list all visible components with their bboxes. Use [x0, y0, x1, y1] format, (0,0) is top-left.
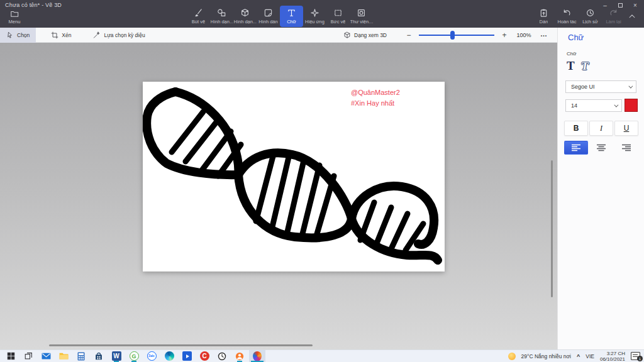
zalo-app-button[interactable]: Zalo	[143, 350, 160, 362]
weather-icon	[508, 353, 516, 360]
undo-button[interactable]: Hoàn tác	[555, 6, 579, 27]
tool-canvas[interactable]: Bức vẽ	[326, 6, 350, 27]
folder-icon	[59, 352, 69, 360]
sticker-icon	[264, 8, 273, 18]
language-indicator[interactable]: VIE	[586, 353, 594, 359]
tool-2d-shapes[interactable]: Hình dạn…	[210, 6, 233, 27]
zoom-in-button[interactable]: +	[500, 31, 509, 40]
more-options-button[interactable]: …	[539, 30, 552, 40]
alarms-clock-button[interactable]	[214, 350, 230, 362]
movies-tv-icon	[182, 351, 192, 361]
ccleaner-icon: C	[200, 351, 209, 361]
menu-button[interactable]: Menu	[4, 7, 25, 26]
calculator-icon	[77, 352, 85, 361]
history-button[interactable]: Lịch sử	[579, 6, 602, 27]
tool-label: Bút vẽ	[192, 19, 205, 25]
history-tools: Dán Hoàn tác Lịch sử Làm lại	[532, 6, 639, 27]
orange-person-icon	[235, 352, 244, 361]
start-button[interactable]	[3, 350, 19, 362]
tool-effects[interactable]: Hiệu ứng	[303, 6, 326, 27]
align-left-button[interactable]	[564, 141, 588, 155]
align-right-button[interactable]	[614, 141, 638, 155]
select-label: Chọn	[17, 32, 30, 38]
font-size-select[interactable]: 14	[565, 99, 622, 112]
workspace: @QuânMaster2 #Xin Hay nhất	[0, 43, 557, 349]
green-app-button[interactable]: G	[126, 350, 142, 362]
text-color-swatch[interactable]	[625, 99, 638, 112]
text-3d-button[interactable]: T	[580, 60, 589, 73]
text-type-buttons: T T	[567, 59, 644, 73]
paint-3d-icon	[253, 351, 262, 361]
task-view-button[interactable]	[20, 350, 36, 362]
tool-library[interactable]: Thư viện…	[350, 6, 373, 27]
ccleaner-button[interactable]: C	[196, 350, 213, 362]
paintbrush-icon	[194, 8, 203, 18]
mail-icon	[42, 352, 51, 360]
text-panel: Chữ Chữ T T Segoe UI 14 B I U	[557, 28, 644, 349]
magic-select-button[interactable]: Lựa chọn kỳ diệu	[86, 28, 151, 43]
crop-button[interactable]: Xén	[45, 28, 77, 43]
redo-icon	[609, 8, 618, 18]
align-right-icon	[621, 144, 631, 151]
clock-icon	[218, 352, 226, 361]
weather-text[interactable]: 29°C Nắng nhiều nơi	[521, 353, 571, 359]
tool-label: Hình dạn…	[211, 19, 233, 25]
tool-paintbrush[interactable]: Bút vẽ	[187, 6, 210, 27]
options-toolbar: Chọn Xén Lựa chọn kỳ diệu Dạng xem 3D − …	[0, 28, 557, 43]
italic-button[interactable]: I	[589, 121, 613, 136]
notification-badge: 1	[637, 356, 643, 361]
file-explorer-button[interactable]	[55, 350, 72, 362]
word-app-button[interactable]: W	[108, 350, 125, 362]
menu-icon	[10, 9, 19, 18]
zoom-slider-thumb[interactable]	[450, 31, 455, 40]
canvas[interactable]: @QuânMaster2 #Xin Hay nhất	[143, 82, 445, 272]
alignment-buttons	[564, 141, 644, 155]
chevron-down-icon	[628, 84, 633, 89]
vertical-scrollbar[interactable]	[551, 160, 553, 297]
font-size-value: 14	[571, 102, 577, 109]
menu-label: Menu	[9, 19, 21, 25]
paste-icon	[539, 8, 548, 18]
library-icon	[357, 8, 366, 18]
calculator-app-button[interactable]	[73, 350, 89, 362]
watermark-line2: #Xin Hay nhất	[351, 98, 400, 109]
history-icon	[586, 8, 595, 18]
edge-browser-button[interactable]	[161, 350, 177, 362]
action-center-button[interactable]: 1	[631, 352, 640, 360]
paint-3d-taskbar-button[interactable]	[249, 350, 265, 362]
tool-tabs: Bút vẽ Hình dạn… Hình dạn… Hình dán Chữ …	[187, 6, 373, 27]
text-2d-button[interactable]: T	[567, 59, 575, 73]
zalo-icon: Zalo	[147, 351, 157, 361]
zoom-slider[interactable]	[419, 31, 494, 40]
paste-button[interactable]: Dán	[532, 6, 555, 27]
zoom-level: 100%	[514, 32, 533, 38]
view-3d-button[interactable]: Dạng xem 3D	[337, 28, 393, 43]
system-tray: 29°C Nắng nhiều nơi ^ VIE 3:27 CH 06/10/…	[508, 351, 644, 362]
tool-text[interactable]: Chữ	[280, 6, 303, 27]
clock[interactable]: 3:27 CH 06/10/2021	[600, 351, 625, 362]
text-section-label: Chữ	[567, 51, 644, 57]
redo-button[interactable]: Làm lại	[602, 6, 625, 27]
movies-tv-button[interactable]	[179, 350, 195, 362]
tool-label: Hình dán	[258, 19, 277, 25]
word-icon: W	[112, 351, 121, 361]
tool-stickers[interactable]: Hình dán	[257, 6, 280, 27]
title-bar: Chưa có tên* - Vẽ 3D – × Menu Bút vẽ Hìn…	[0, 0, 644, 28]
chevron-down-icon	[614, 102, 618, 107]
collapse-ribbon-button[interactable]	[625, 6, 639, 27]
underline-button[interactable]: U	[614, 121, 638, 136]
tool-3d-shapes[interactable]: Hình dạn…	[233, 6, 257, 27]
orange-app-button[interactable]	[231, 350, 248, 362]
select-button[interactable]: Chọn	[0, 28, 36, 43]
horizontal-scrollbar[interactable]	[49, 344, 313, 346]
tray-expand-button[interactable]: ^	[577, 353, 580, 359]
bold-button[interactable]: B	[564, 121, 588, 136]
align-center-button[interactable]	[589, 141, 613, 155]
shapes-3d-icon	[240, 8, 250, 18]
mail-app-button[interactable]	[38, 350, 54, 362]
watermark-line1: @QuânMaster2	[351, 87, 400, 98]
font-family-select[interactable]: Segoe UI	[565, 80, 636, 93]
microsoft-store-button[interactable]	[91, 350, 107, 362]
store-bag-icon	[94, 352, 103, 361]
zoom-out-button[interactable]: −	[404, 31, 413, 40]
